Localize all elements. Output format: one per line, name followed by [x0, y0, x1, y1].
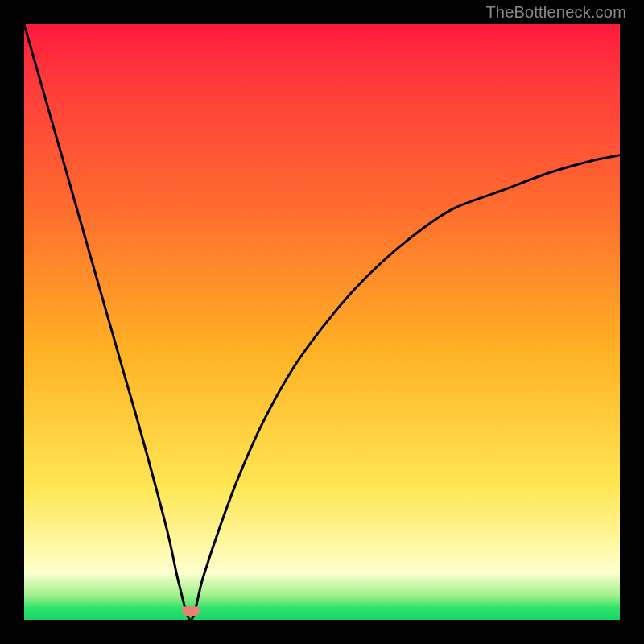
bottleneck-curve: [24, 24, 620, 620]
chart-frame: TheBottleneck.com: [0, 0, 644, 644]
optimal-marker: [182, 606, 200, 616]
plot-area: [24, 24, 620, 620]
watermark-text: TheBottleneck.com: [485, 3, 626, 22]
